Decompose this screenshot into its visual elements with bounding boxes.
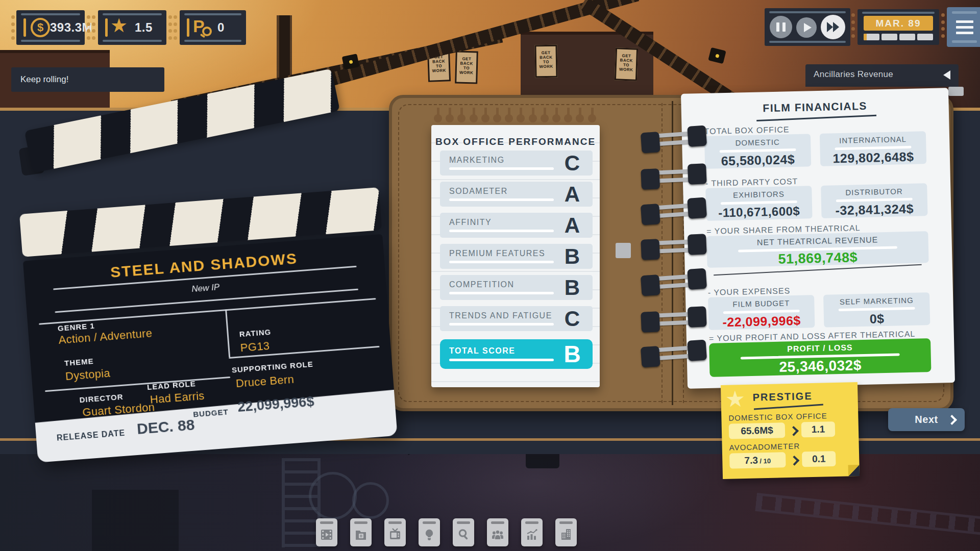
- card-top-bar: [457, 521, 470, 524]
- playback-controls-ticket: [765, 8, 850, 46]
- film-reel-icon: [321, 527, 333, 543]
- tv-icon: [389, 527, 401, 543]
- perforation: [168, 15, 173, 40]
- dock-idea-bulb-button[interactable]: [419, 518, 440, 546]
- studio-light: [708, 47, 726, 64]
- prestige-ticket[interactable]: ★ 1.5: [98, 10, 166, 45]
- binder-clip: [641, 340, 707, 368]
- progress-segment: [864, 34, 879, 40]
- progress-segment: [899, 34, 915, 40]
- clapperboard-body: STEEL AND SHADOWS New IP GENRE 1 Action …: [23, 234, 398, 463]
- card-top-bar: [388, 521, 402, 524]
- prestige-underline: [754, 404, 823, 410]
- rating-label: RATING: [239, 328, 271, 339]
- money-value: 393.3M: [50, 20, 92, 35]
- film-reel-prop: [352, 482, 389, 519]
- chevron-right-icon: [789, 426, 799, 436]
- exhibitors-box: EXHIBITORS -110,671,600$: [705, 186, 812, 221]
- projects-folder-icon: [355, 527, 367, 543]
- avocadometer-label: AVOCADOMETER: [729, 442, 800, 452]
- date-ticket[interactable]: MAR. 89: [857, 9, 939, 45]
- poster: GET BACK TO WORK: [534, 45, 557, 78]
- perforation: [174, 15, 178, 40]
- perforation: [941, 13, 945, 38]
- dollar-coin-icon: $: [31, 18, 50, 37]
- binder-clip: [641, 268, 707, 296]
- perforation: [92, 15, 96, 40]
- distributor-box: DISTRIBUTOR -32,841,324$: [821, 183, 927, 218]
- dock-projects-folder-button[interactable]: [350, 518, 372, 546]
- spiral-rings: [434, 108, 598, 127]
- dock-stats-chart-button[interactable]: [521, 518, 543, 546]
- binder-clip: [641, 126, 707, 154]
- staff-icon: [492, 527, 504, 543]
- hud-resources: $ 393.3M ★ 1.5 P 0: [12, 10, 252, 45]
- performance-title: BOX OFFICE PERFORMANCE: [431, 136, 600, 147]
- performance-rows: MARKETINGCSODAMETERAAFFINITYAPREMIUM FEA…: [440, 151, 593, 375]
- net-theatrical-box: NET THEATRICAL REVENUE 51,869,748$: [706, 231, 928, 268]
- director-label: DIRECTOR: [79, 392, 124, 404]
- binder-clip: [641, 306, 707, 333]
- performance-row: SODAMETERA: [440, 182, 593, 207]
- card-top-bar: [423, 521, 436, 524]
- ancillaries-revenue-dropdown[interactable]: Ancillaries Revenue: [805, 64, 959, 87]
- menu-button[interactable]: [947, 7, 980, 47]
- self-marketing-box: SELF MARKETING 0$: [823, 292, 930, 328]
- research-icon: [187, 18, 189, 37]
- chevron-right-icon: [789, 456, 799, 466]
- dock-film-reel-button[interactable]: [316, 518, 337, 546]
- prestige-title: PRESTIGE: [752, 390, 813, 404]
- binder-clip: [641, 163, 707, 190]
- domestic-value-pill: 65.6M$: [729, 422, 786, 439]
- research-ticket[interactable]: P 0: [180, 10, 246, 45]
- card-top-bar: [320, 521, 333, 524]
- lead-role-value: Had Earris: [150, 389, 205, 407]
- current-date: MAR. 89: [864, 16, 933, 31]
- binder-clip: [641, 197, 707, 226]
- domestic-gain-pill: 1.1: [801, 421, 836, 437]
- next-button[interactable]: Next: [888, 408, 965, 431]
- card-top-bar: [354, 521, 368, 524]
- research-value: 0: [217, 20, 225, 35]
- arrow-left-icon[interactable]: [943, 70, 950, 80]
- bookmark-tab: [616, 243, 631, 258]
- prestige-icon: [105, 18, 108, 37]
- bottom-toolbar: [316, 518, 577, 546]
- profit-loss-box: PROFIT / LOSS 25,346,032$: [709, 338, 931, 377]
- money-ticket[interactable]: $ 393.3M: [16, 10, 85, 45]
- idea-bulb-icon: [423, 527, 435, 543]
- dropdown-label: Ancillaries Revenue: [814, 69, 893, 79]
- train-tracks-prop: [755, 493, 980, 536]
- international-box: INTERNATIONAL 129,802,648$: [820, 131, 926, 166]
- game-screen: GET BACK TO WORK GET BACK TO WORK GET BA…: [0, 0, 980, 551]
- crates-prop: [92, 490, 179, 551]
- tooltip: Keep rolling!: [11, 67, 164, 92]
- avocado-gain-pill: 0.1: [802, 451, 836, 467]
- avocado-value-pill: 7.3 / 10: [729, 452, 786, 468]
- box-office-performance-notepad: BOX OFFICE PERFORMANCE MARKETINGCSODAMET…: [431, 125, 600, 387]
- dock-tv-button[interactable]: [384, 518, 406, 546]
- money-icon: [23, 18, 26, 37]
- stats-chart-icon: [526, 527, 538, 543]
- play-button[interactable]: [796, 17, 817, 38]
- fast-forward-button[interactable]: [821, 15, 845, 39]
- performance-row: COMPETITIONB: [440, 275, 593, 300]
- page-tab: [948, 87, 964, 96]
- performance-row: AFFINITYA: [440, 213, 593, 238]
- perforation: [851, 13, 855, 38]
- prestige-sticky-note: ★ PRESTIGE DOMESTIC BOX OFFICE 65.6M$ 1.…: [721, 382, 860, 479]
- title-underline: [756, 115, 876, 121]
- film-financials-page: FILM FINANCIALS TOTAL BOX OFFICE DOMESTI…: [681, 88, 955, 389]
- pause-button[interactable]: [770, 16, 792, 38]
- dock-staff-button[interactable]: [487, 518, 508, 546]
- card-top-bar: [491, 521, 504, 524]
- film-budget-box: FILM BUDGET -22,099,996$: [708, 295, 815, 330]
- month-progress-bar: [864, 34, 933, 40]
- rating-value: PG13: [240, 339, 270, 355]
- dock-search-button[interactable]: [453, 518, 474, 546]
- studio-building-icon: [560, 527, 572, 543]
- dock-studio-building-button[interactable]: [555, 518, 577, 546]
- domestic-box-office-label: DOMESTIC BOX OFFICE: [728, 411, 827, 422]
- performance-row: MARKETINGC: [440, 151, 593, 176]
- theme-label: THEME: [64, 357, 94, 367]
